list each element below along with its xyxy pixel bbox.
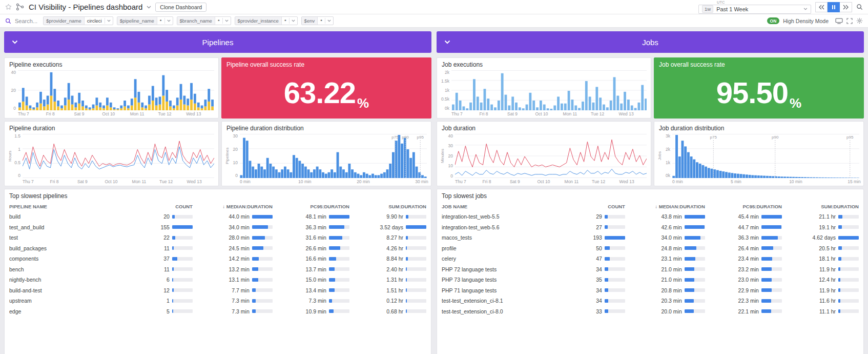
search-input[interactable]: Search... — [15, 18, 37, 24]
row-name[interactable]: components — [9, 255, 133, 262]
row-name[interactable]: macos_tests — [442, 234, 566, 241]
table-row[interactable]: build2044.0 min48.1 min9.90 hr — [9, 211, 426, 222]
row-name[interactable]: test-test_extension_ci-8.1 — [442, 298, 566, 304]
job-executions-chart[interactable] — [451, 70, 647, 110]
table-row[interactable]: macos_tests19334.0 min36.3 min4.62 days — [442, 232, 859, 243]
search-icon[interactable] — [5, 18, 11, 24]
table-row[interactable]: integration-test_web-5.52943.8 min45.4 m… — [442, 211, 859, 222]
pause-button[interactable] — [828, 2, 840, 12]
row-name[interactable]: test — [9, 234, 133, 241]
pipelines-section-header[interactable]: Pipelines — [4, 31, 431, 53]
row-name[interactable]: build — [9, 213, 133, 220]
table-row[interactable]: build-and-test127.7 min13.4 min1.51 hr — [9, 285, 426, 296]
row-name[interactable]: test_and_build — [9, 224, 133, 230]
table-row[interactable]: upstream17.3 min7.3 min0.12 hr — [9, 296, 426, 306]
row-name[interactable]: integration-test_web-5.5 — [442, 213, 566, 220]
pipelines-section-body: Pipeline executions 40200 Thu 7Fri 8Sat … — [4, 57, 431, 354]
row-name[interactable]: celery — [442, 255, 566, 262]
column-header[interactable]: COUNT — [133, 204, 192, 209]
row-name[interactable]: PHP 73 language tests — [442, 277, 566, 283]
job-duration-distribution-chart[interactable]: p75p90p95 — [672, 134, 859, 178]
table-row[interactable]: test-test_extension_ci-8.13420.3 min22.3… — [442, 296, 859, 306]
value-bar — [406, 257, 426, 261]
value-bar — [685, 225, 705, 229]
pipeline-duration-distribution-chart[interactable]: p75p90p95 — [240, 134, 427, 178]
time-range-box[interactable]: 1w Past 1 Week — [698, 5, 811, 14]
template-variable-branch-name[interactable]: $branch_name * — [177, 16, 231, 25]
table-row[interactable]: PHP 73 language tests3521.0 min23.0 min1… — [442, 274, 859, 285]
template-variable-provider-name[interactable]: $provider_name circleci — [43, 16, 113, 25]
column-header[interactable]: PC95:DURATION — [705, 204, 782, 209]
table-row[interactable]: nightly-bench613.1 min15.0 min1.31 hr — [9, 274, 426, 285]
table-row[interactable]: build_packages1124.5 min26.6 min4.26 hr — [9, 243, 426, 254]
tv-mode-icon[interactable] — [835, 18, 843, 24]
table-row[interactable]: PHP 71 language tests3420.8 min22.9 min1… — [442, 285, 859, 296]
column-header[interactable]: ↓ MEDIAN:DURATION — [625, 204, 705, 209]
column-header[interactable]: COUNT — [566, 204, 625, 209]
row-name[interactable]: integration-test_web-5.6 — [442, 224, 566, 230]
collapse-chevron-icon[interactable] — [444, 40, 450, 44]
density-toggle[interactable]: ON — [767, 17, 780, 24]
template-variable-pipeline-name[interactable]: $pipeline_name * — [117, 16, 173, 25]
table-row[interactable]: test2228.0 min31.6 min8.27 hr — [9, 232, 426, 243]
clone-dashboard-button[interactable]: Clone Dashboard — [155, 3, 206, 12]
settings-gear-icon[interactable] — [856, 17, 863, 24]
pipeline-success-rate-card[interactable]: Pipeline overall success rate 63.22 % — [221, 57, 431, 119]
success-rate-value: 95.50 — [716, 78, 788, 108]
time-back-button[interactable] — [815, 2, 828, 12]
table-row[interactable]: test_and_build15534.0 min36.3 min3.52 da… — [9, 222, 426, 233]
global-search-icon[interactable] — [856, 4, 863, 10]
value-bar — [685, 236, 705, 240]
table-row[interactable]: celery4723.1 min23.4 min18.1 hr — [442, 253, 859, 264]
time-forward-button[interactable] — [840, 2, 852, 12]
template-variable-provider-instance[interactable]: $provider_instance * — [235, 16, 298, 25]
value-bar — [252, 225, 273, 229]
pipeline-duration-chart[interactable] — [23, 134, 214, 178]
row-name[interactable]: edge — [9, 308, 133, 314]
job-executions-card: Job executions 2k1.5k1k0.5k0k Thu 7Fri 8… — [437, 57, 651, 119]
table-cell: 3.52 days — [349, 224, 426, 230]
fullscreen-icon[interactable] — [846, 18, 853, 24]
column-header[interactable]: JOB NAME — [442, 204, 566, 209]
range-shortcut-chip[interactable]: 1w — [702, 5, 713, 13]
table-row[interactable]: bench1113.2 min13.7 min2.40 hr — [9, 264, 426, 275]
job-duration-chart[interactable] — [455, 134, 647, 178]
table-row[interactable]: components3714.2 min16.6 min8.84 hr — [9, 253, 426, 264]
time-range-picker[interactable]: UTC 1w Past 1 Week — [698, 1, 811, 14]
table-cell: 24.5 min — [193, 245, 273, 251]
jobs-section-header[interactable]: Jobs — [437, 31, 864, 53]
column-header[interactable]: PC95:DURATION — [273, 204, 349, 209]
y-tick-label: 1k — [445, 88, 449, 93]
column-header[interactable]: SUM:DURATION — [349, 204, 426, 209]
template-variable-env[interactable]: $env * — [301, 16, 334, 25]
table-cell: 4.62 days — [782, 234, 859, 241]
row-name[interactable]: nightly-bench — [9, 277, 133, 283]
table-row[interactable]: test-test_extension_ci-8.03320.0 min22.1… — [442, 306, 859, 317]
row-name[interactable]: PHP 71 language tests — [442, 287, 566, 293]
svg-text:p95: p95 — [417, 135, 424, 140]
job-success-rate-card[interactable]: Job overall success rate 95.50 % — [654, 57, 864, 119]
row-name[interactable]: profile — [442, 245, 566, 251]
collapse-chevron-icon[interactable] — [12, 40, 18, 44]
row-name[interactable]: upstream — [9, 298, 133, 304]
pipeline-executions-chart[interactable] — [18, 70, 214, 110]
table-row[interactable]: PHP 72 language tests3421.0 min23.2 min1… — [442, 264, 859, 275]
column-header[interactable]: ↓ MEDIAN:DURATION — [193, 204, 273, 209]
column-header[interactable]: PIPELINE NAME — [9, 204, 133, 209]
value-bar — [605, 309, 625, 313]
column-header[interactable]: SUM:DURATION — [782, 204, 859, 209]
row-name[interactable]: build-and-test — [9, 287, 133, 293]
table-row[interactable]: profile5024.8 min26.4 min20.5 hr — [442, 243, 859, 254]
table-cell: 7.7 min — [193, 287, 273, 293]
table-cell: 20.5 hr — [782, 245, 859, 251]
table-row[interactable]: edge57.3 min10.9 min0.68 hr — [9, 306, 426, 317]
row-name[interactable]: bench — [9, 266, 133, 272]
title-chevron-down-icon[interactable] — [147, 6, 151, 9]
y-tick-label: 30 — [448, 144, 453, 148]
row-name[interactable]: test-test_extension_ci-8.0 — [442, 308, 566, 314]
table-row[interactable]: integration-test_web-5.62742.6 min44.7 m… — [442, 222, 859, 233]
value-bar — [605, 299, 625, 303]
row-name[interactable]: build_packages — [9, 245, 133, 251]
row-name[interactable]: PHP 72 language tests — [442, 266, 566, 272]
favorite-star-icon[interactable] — [5, 4, 12, 10]
